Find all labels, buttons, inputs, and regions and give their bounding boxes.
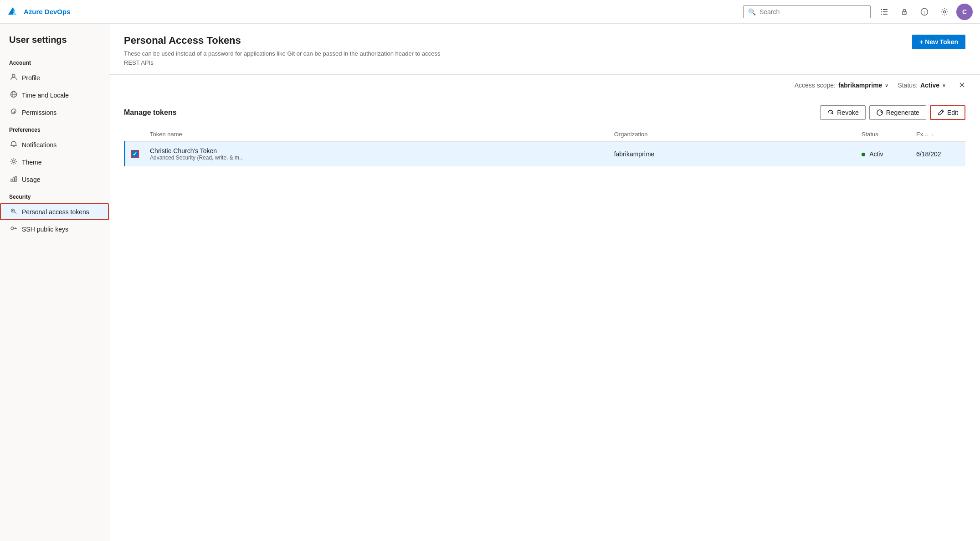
- svg-rect-17: [13, 178, 15, 181]
- new-token-button[interactable]: + New Token: [912, 35, 965, 49]
- status-dot-icon: [862, 153, 865, 156]
- svg-rect-18: [15, 176, 16, 181]
- sidebar-section-account: Account: [0, 54, 109, 69]
- permissions-icon: [10, 108, 17, 117]
- sidebar-item-permissions-label: Permissions: [22, 109, 56, 116]
- brand-link[interactable]: Azure DevOps: [7, 5, 71, 18]
- filter-close-icon[interactable]: ✕: [959, 80, 965, 90]
- access-scope-label: Access scope:: [795, 82, 836, 89]
- help-icon: ?: [920, 8, 929, 16]
- page-subtitle: These can be used instead of a password …: [124, 49, 443, 67]
- brand-name: Azure DevOps: [24, 8, 71, 15]
- table-row[interactable]: ✓ Christie Church's Token Advanced Secur…: [125, 142, 966, 167]
- sidebar-section-preferences: Preferences: [0, 121, 109, 136]
- lock-icon: [900, 8, 908, 16]
- token-name-secondary: Advanced Security (Read, write, & m...: [150, 155, 603, 161]
- sidebar-title: User settings: [0, 35, 109, 54]
- manage-section: Manage tokens Revoke R: [109, 96, 980, 166]
- page-header-text: Personal Access Tokens These can be used…: [124, 35, 443, 67]
- col-header-expiry-label: Ex...: [916, 131, 928, 138]
- main-content: Personal Access Tokens These can be used…: [109, 24, 980, 541]
- revoke-label: Revoke: [837, 109, 858, 116]
- page-header: Personal Access Tokens These can be used…: [109, 24, 980, 75]
- pat-icon: [10, 207, 17, 216]
- manage-header: Manage tokens Revoke R: [124, 105, 965, 120]
- access-scope-value[interactable]: fabrikamprime: [838, 82, 882, 89]
- sidebar-item-usage[interactable]: Usage: [0, 171, 109, 188]
- azure-logo-icon: [7, 5, 20, 18]
- search-bar[interactable]: 🔍: [743, 5, 871, 18]
- svg-rect-0: [881, 9, 882, 10]
- col-header-status: Status: [856, 127, 911, 142]
- row-expiry-value: 6/18/202: [916, 150, 941, 158]
- row-org-cell: fabrikamprime: [609, 142, 856, 167]
- table-header: Token name Organization Status Ex... ↓: [125, 127, 966, 142]
- sidebar-item-profile-label: Profile: [22, 74, 40, 82]
- col-header-org: Organization: [609, 127, 856, 142]
- status-value[interactable]: Active: [920, 82, 939, 89]
- sidebar-item-ssh-keys[interactable]: SSH public keys: [0, 221, 109, 237]
- row-checkbox[interactable]: ✓: [131, 150, 139, 158]
- svg-rect-1: [883, 9, 888, 10]
- regenerate-button[interactable]: Regenerate: [869, 105, 926, 120]
- revoke-button[interactable]: Revoke: [820, 105, 865, 120]
- settings-icon: [940, 8, 949, 16]
- svg-rect-16: [11, 179, 12, 181]
- row-expiry-cell: 6/18/202: [911, 142, 965, 167]
- nav-icons-group: ? C: [876, 4, 973, 20]
- table-body: ✓ Christie Church's Token Advanced Secur…: [125, 142, 966, 167]
- sidebar-item-profile[interactable]: Profile: [0, 69, 109, 86]
- sidebar-item-pat-label: Personal access tokens: [22, 208, 89, 216]
- row-checkbox-cell[interactable]: ✓: [125, 142, 145, 167]
- user-avatar[interactable]: C: [956, 4, 973, 20]
- svg-rect-2: [881, 11, 882, 12]
- row-org-value: fabrikamprime: [614, 150, 655, 158]
- token-name-primary: Christie Church's Token: [150, 147, 603, 155]
- lock-icon-btn[interactable]: [896, 4, 913, 20]
- row-status-value: Activ: [869, 150, 883, 158]
- manage-actions-group: Revoke Regenerate Ed: [820, 105, 965, 120]
- edit-button[interactable]: Edit: [930, 105, 965, 120]
- notifications-icon: [10, 140, 17, 149]
- svg-rect-5: [883, 14, 888, 15]
- status-chevron-icon[interactable]: ∨: [942, 82, 946, 88]
- regenerate-icon: [876, 109, 883, 116]
- row-name-cell: Christie Church's Token Advanced Securit…: [144, 142, 609, 167]
- svg-point-11: [12, 74, 15, 77]
- checkbox-check-icon: ✓: [133, 151, 137, 157]
- sidebar-item-permissions[interactable]: Permissions: [0, 104, 109, 121]
- edit-icon: [937, 109, 944, 116]
- sidebar-item-notifications-label: Notifications: [22, 141, 56, 149]
- settings-icon-btn[interactable]: [936, 4, 953, 20]
- revoke-icon: [827, 109, 834, 116]
- access-scope-chevron-icon[interactable]: ∨: [885, 82, 888, 88]
- tasks-icon-btn[interactable]: [876, 4, 893, 20]
- sidebar-item-theme[interactable]: Theme: [0, 154, 109, 170]
- sidebar-item-time-locale[interactable]: Time and Locale: [0, 87, 109, 103]
- profile-icon: [10, 73, 17, 82]
- svg-rect-4: [881, 14, 882, 15]
- sidebar: User settings Account Profile Time and L…: [0, 24, 109, 541]
- ssh-icon: [10, 225, 17, 233]
- filter-bar: Access scope: fabrikamprime ∨ Status: Ac…: [109, 75, 980, 96]
- regenerate-label: Regenerate: [886, 109, 919, 116]
- search-input[interactable]: [759, 8, 866, 15]
- sidebar-item-usage-label: Usage: [22, 176, 40, 183]
- time-locale-icon: [10, 91, 17, 99]
- row-status-cell: Activ: [856, 142, 911, 167]
- manage-tokens-title: Manage tokens: [124, 108, 177, 117]
- sidebar-item-ssh-keys-label: SSH public keys: [22, 226, 68, 233]
- sidebar-section-security: Security: [0, 188, 109, 203]
- svg-point-15: [12, 160, 15, 163]
- sidebar-item-personal-access-tokens[interactable]: Personal access tokens: [0, 203, 109, 220]
- sidebar-item-notifications[interactable]: Notifications: [0, 136, 109, 153]
- sidebar-item-theme-label: Theme: [22, 159, 42, 166]
- col-header-name: Token name: [144, 127, 609, 142]
- usage-icon: [10, 175, 17, 184]
- tasks-icon: [880, 8, 888, 16]
- help-icon-btn[interactable]: ?: [916, 4, 933, 20]
- col-header-expiry: Ex... ↓: [911, 127, 965, 142]
- page-title: Personal Access Tokens: [124, 35, 443, 46]
- expiry-sort-icon[interactable]: ↓: [932, 132, 934, 137]
- access-scope-filter: Access scope: fabrikamprime ∨: [795, 82, 889, 89]
